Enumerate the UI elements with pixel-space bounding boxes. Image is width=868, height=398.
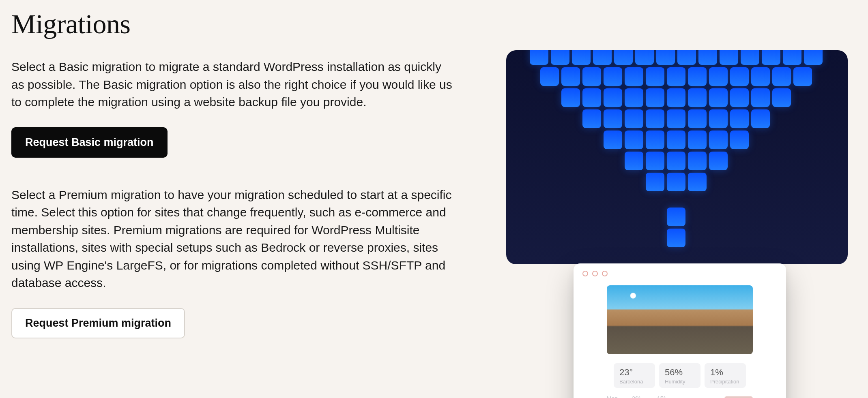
premium-migration-description: Select a Premium migration to have your … xyxy=(11,186,453,292)
window-dot-icon xyxy=(582,271,588,276)
stat-temperature: 23° Barcelona xyxy=(614,363,655,388)
stat-humidity: 56% Humidity xyxy=(659,363,700,388)
hero-illustration: 23° Barcelona 56% Humidity 1% Precipitat… xyxy=(506,50,851,338)
widget-hero-image xyxy=(607,285,753,354)
weather-widget-card: 23° Barcelona 56% Humidity 1% Precipitat… xyxy=(574,263,786,398)
window-dot-icon xyxy=(592,271,598,276)
request-basic-migration-button[interactable]: Request Basic migration xyxy=(11,127,168,158)
window-controls xyxy=(582,271,777,276)
page-title: Migrations xyxy=(11,8,466,40)
request-premium-migration-button[interactable]: Request Premium migration xyxy=(11,308,185,338)
skeleton-placeholder xyxy=(724,396,753,398)
forecast-row: Mon 26° 15° xyxy=(582,394,777,398)
stat-precipitation: 1% Precipitation xyxy=(705,363,746,388)
basic-migration-description: Select a Basic migration to migrate a st… xyxy=(11,58,453,111)
window-dot-icon xyxy=(602,271,608,276)
